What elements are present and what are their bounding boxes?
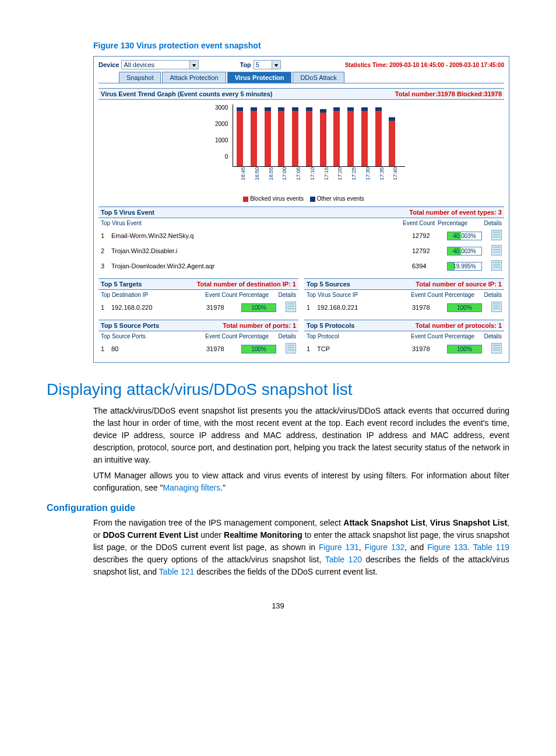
row-percentage: 19.995% bbox=[447, 262, 488, 271]
row-name: 80 bbox=[111, 345, 206, 352]
col-event-count: Event Count bbox=[411, 333, 445, 340]
rank: 1 bbox=[101, 304, 111, 311]
row-count: 6394 bbox=[412, 262, 447, 270]
x-tick: 17:30 bbox=[365, 163, 371, 180]
chart-bar: 17:05 bbox=[292, 107, 298, 166]
x-tick: 16:55 bbox=[268, 163, 274, 180]
top5-virus-header: Top 5 Virus Event bbox=[101, 209, 154, 216]
legend-swatch-other bbox=[310, 197, 315, 202]
col-details: Details bbox=[275, 333, 296, 340]
row-count: 31978 bbox=[206, 304, 241, 311]
device-select[interactable]: All devices bbox=[121, 60, 199, 69]
chevron-down-icon bbox=[272, 61, 280, 69]
top-select[interactable]: 5 bbox=[254, 60, 281, 69]
table-row: 1Email-Worm.Win32.NetSky.q1279240.003% bbox=[98, 228, 504, 243]
top5-sources-total: Total number of source IP: 1 bbox=[416, 281, 502, 288]
top5-source-ports-header: Top 5 Source Ports bbox=[101, 322, 159, 329]
x-tick: 17:35 bbox=[379, 163, 385, 180]
text-bold: Virus Snapshot List bbox=[430, 518, 507, 527]
row-name: TCP bbox=[317, 345, 412, 352]
col-event-count: Event Count bbox=[205, 292, 239, 298]
top5-protocols-total: Total number of protocols: 1 bbox=[416, 322, 502, 329]
tab-snapshot[interactable]: Snapshot bbox=[119, 72, 161, 83]
tab-attack-protection[interactable]: Attack Protection bbox=[162, 72, 226, 83]
x-tick: 17:25 bbox=[351, 163, 357, 180]
row-name: Email-Worm.Win32.NetSky.q bbox=[111, 232, 412, 239]
row-name: Trojan.Win32.Disabler.i bbox=[111, 247, 412, 254]
heading-configuration-guide: Configuration guide bbox=[47, 503, 509, 513]
row-percentage: 40.003% bbox=[447, 247, 488, 256]
y-tick: 2000 bbox=[215, 121, 228, 137]
row-name: 192.168.0.220 bbox=[111, 304, 206, 311]
row-count: 31978 bbox=[206, 345, 241, 352]
legend-swatch-blocked bbox=[243, 197, 248, 202]
top5-protocols-header: Top 5 Protocols bbox=[307, 322, 354, 329]
link-table-121[interactable]: Table 121 bbox=[159, 567, 195, 576]
details-icon[interactable] bbox=[491, 302, 502, 312]
chart-bar: 17:20 bbox=[333, 107, 340, 166]
y-tick: 0 bbox=[215, 153, 228, 170]
col-details: Details bbox=[481, 333, 502, 340]
chart-bar: 17:30 bbox=[361, 107, 368, 166]
chart-bar: 17:40 bbox=[389, 117, 395, 166]
row-count: 12792 bbox=[412, 247, 447, 254]
x-tick: 17:40 bbox=[392, 163, 398, 180]
chart-bar: 17:15 bbox=[320, 109, 326, 166]
details-icon[interactable] bbox=[491, 245, 502, 256]
text: , bbox=[425, 518, 430, 527]
x-tick: 17:10 bbox=[309, 163, 315, 180]
rank: 1 bbox=[101, 232, 111, 239]
paragraph: UTM Manager allows you to view attack an… bbox=[93, 470, 509, 494]
col-percentage: Percentage bbox=[239, 333, 275, 340]
table-row: 18031978100% bbox=[98, 341, 298, 356]
paragraph: The attack/virus/DDoS event snapshot lis… bbox=[93, 405, 509, 466]
table-row: 1TCP31978100% bbox=[304, 341, 504, 356]
link-table-120[interactable]: Table 120 bbox=[325, 555, 362, 564]
x-tick: 17:05 bbox=[295, 163, 301, 180]
virus-trend-chart: 3000 2000 1000 0 16:4516:5016:5517:0017:… bbox=[98, 100, 504, 193]
top5-protocols-sub: Top Protocol bbox=[307, 333, 411, 340]
device-select-value: All devices bbox=[124, 61, 154, 68]
link-figure-133[interactable]: Figure 133 bbox=[427, 542, 467, 552]
text: under bbox=[198, 530, 224, 540]
chart-bar: 16:45 bbox=[237, 107, 243, 166]
tab-ddos-attack[interactable]: DDoS Attack bbox=[293, 72, 344, 83]
y-tick: 3000 bbox=[215, 104, 228, 121]
heading-displaying-snapshot-list: Displaying attack/virus/DDoS snapshot li… bbox=[47, 380, 509, 399]
tab-virus-protection[interactable]: Virus Protection bbox=[227, 72, 292, 83]
figure-caption: Figure 130 Virus protection event snapsh… bbox=[93, 41, 509, 50]
chart-bar: 16:50 bbox=[251, 107, 257, 166]
row-percentage: 100% bbox=[447, 303, 488, 312]
x-tick: 16:45 bbox=[240, 163, 246, 180]
row-percentage: 40.003% bbox=[447, 232, 488, 240]
link-managing-filters[interactable]: Managing filters bbox=[163, 483, 220, 492]
x-tick: 17:15 bbox=[323, 163, 329, 180]
details-icon[interactable] bbox=[491, 343, 502, 354]
details-icon[interactable] bbox=[491, 230, 502, 240]
chevron-down-icon bbox=[189, 61, 198, 69]
legend-label-other: Other virus events bbox=[317, 195, 364, 202]
details-icon[interactable] bbox=[286, 343, 296, 354]
rank: 3 bbox=[101, 262, 111, 270]
text: From the navigation tree of the IPS mana… bbox=[93, 518, 343, 527]
text: . bbox=[467, 542, 473, 552]
row-percentage: 100% bbox=[447, 345, 488, 354]
text-bold: Attack Snapshot List bbox=[343, 518, 425, 527]
col-percentage: Percentage bbox=[445, 292, 481, 298]
col-percentage: Percentage bbox=[438, 220, 478, 226]
x-tick: 17:20 bbox=[337, 163, 343, 180]
top5-virus-total: Total number of event types: 3 bbox=[409, 209, 502, 216]
link-table-119[interactable]: Table 119 bbox=[473, 542, 509, 552]
details-icon[interactable] bbox=[491, 260, 502, 271]
top5-sources-sub: Top Virus Source IP bbox=[307, 292, 411, 298]
col-event-count: Event Count bbox=[403, 220, 438, 226]
table-row: 3Trojan-Downloader.Win32.Agent.aqr639419… bbox=[98, 258, 504, 274]
chart-bar: 17:00 bbox=[278, 107, 284, 166]
table-row: 1192.168.0.22131978100% bbox=[304, 300, 504, 315]
details-icon[interactable] bbox=[286, 302, 296, 312]
link-figure-131[interactable]: Figure 131 bbox=[319, 542, 359, 552]
table-row: 1192.168.0.22031978100% bbox=[98, 300, 298, 315]
text: UTM Manager allows you to view attack an… bbox=[93, 471, 509, 492]
y-tick: 1000 bbox=[215, 137, 228, 153]
link-figure-132[interactable]: Figure 132 bbox=[364, 542, 404, 552]
